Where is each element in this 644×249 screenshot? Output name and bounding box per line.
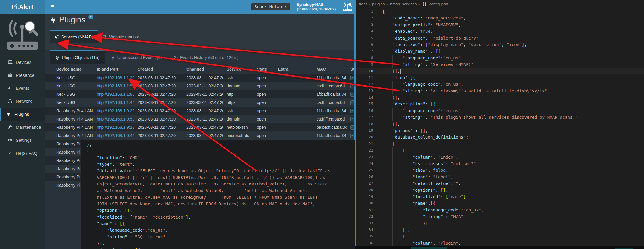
line-number: 29 — [356, 193, 373, 200]
cell-changed: 2023-03-11 02:47:20 — [183, 125, 223, 130]
overlay-code-line: { — [87, 148, 355, 154]
column-header-service[interactable]: Service — [223, 67, 253, 71]
sidebar-item-label: Events — [16, 86, 29, 91]
ip-port-link[interactable]: http://192.168.1.9:22 — [97, 108, 134, 113]
tab-website-monitor[interactable]: Website monitor — [98, 30, 144, 43]
taskbar-glow — [615, 248, 633, 249]
line-content: { — [382, 8, 385, 15]
editor-line: 18 }], — [356, 121, 644, 127]
cell-state: open — [253, 117, 275, 121]
app-logo[interactable]: Pi.Alert — [0, 0, 45, 14]
subtab-plugin-objects-115-[interactable]: Plugin Objects (115) — [50, 50, 105, 64]
breadcrumb-item[interactable]: ... — [453, 2, 457, 6]
breadcrumb-item[interactable]: {} config.json — [422, 2, 448, 6]
cell-mac: 1f:ba:ff:ca:ba:34 — [313, 108, 347, 113]
cell-device-name: Net - USG — [45, 75, 93, 80]
editor-line: 33 }] — [356, 220, 644, 227]
breadcrumb-item[interactable]: front — [359, 2, 367, 6]
gear-icon — [8, 138, 13, 142]
subtab-label: Unprocessed Events (0) — [117, 55, 162, 60]
editor-line: 21 [ — [356, 141, 644, 147]
cell-device-name: Net - USG — [45, 92, 93, 97]
column-header-changed[interactable]: Changed — [183, 67, 223, 71]
line-content: "string" : "This plugin shows all servic… — [382, 114, 578, 121]
breadcrumb-item[interactable]: nmap_services — [390, 2, 417, 6]
cell-created: 2023-03-11 02:47:20 — [134, 84, 183, 88]
column-header-mac[interactable]: MAC — [313, 67, 347, 71]
cell-changed: 2023-03-11 02:47:20 — [183, 117, 223, 121]
subtab-events-history-50-out-of-1265-[interactable]: Events History (50 out of 1265 ) — [168, 50, 244, 64]
ip-port-link[interactable]: http://192.168.1.9:139 — [97, 125, 134, 130]
code-editor[interactable]: front›plugins›nmap_services›{} config.js… — [356, 0, 644, 249]
cell-ip-port: http://192.168.1.9:139 — [93, 125, 134, 130]
breadcrumb-separator: › — [450, 2, 451, 6]
line-number: 14 — [356, 94, 373, 101]
line-content: "unique_prefix": "NMAPSRV", — [382, 22, 461, 28]
table-row: Raspberry Pi 4 LANhttp://192.168.1.9:532… — [45, 115, 355, 123]
cell-ip-port: http://192.168.1.9:445 — [93, 133, 134, 138]
ip-port-link[interactable]: http://192.168.1.1:80 — [97, 92, 134, 97]
editor-code-area[interactable]: 1{2 "code_name": "nmap_services",3 "uniq… — [356, 8, 644, 246]
line-content: "enabled": true, — [382, 28, 433, 35]
cell-device-name: Net - USG — [45, 84, 93, 88]
line-number: 26 — [356, 174, 373, 180]
subtab-label: Plugin Objects (115) — [62, 55, 99, 60]
cell-ip-port: http://192.168.1.1:22 — [93, 75, 134, 80]
cube-icon — [56, 56, 60, 60]
line-content: "display_name" : [{ — [382, 48, 440, 54]
cell-ip-port: http://192.168.1.9:22 — [93, 108, 134, 113]
ip-port-link[interactable]: http://192.168.1.1:443 — [97, 100, 134, 105]
line-number: 18 — [356, 121, 373, 127]
line-content: "string" : "<i class=\"fa-solid fa-satel… — [382, 88, 547, 94]
column-header-ip-and-port[interactable]: Ip and Port — [93, 67, 134, 71]
help-badge[interactable]: ? — [88, 15, 93, 19]
cell-state: open — [253, 108, 275, 113]
line-number: 8 — [356, 55, 373, 61]
sidebar-item-help-faq[interactable]: ?Help / FAQ — [0, 147, 45, 160]
plug-icon — [7, 112, 12, 116]
editor-line: 1{ — [356, 8, 644, 15]
cell-ip-port: http://192.168.1.1:80 — [93, 92, 134, 97]
overlay-code-line: }, — [87, 141, 355, 148]
breadcrumb-item[interactable]: plugins — [372, 2, 385, 6]
overlay-code-line: JOIN (SELECT dev_Name, dev_MAC, dev_Last… — [87, 201, 355, 207]
sidebar-menu: DevicesPresenceEventsNetworkPluginsMaint… — [0, 56, 45, 160]
sidebar-item-events[interactable]: Events — [0, 82, 45, 95]
line-number: 21 — [356, 141, 373, 147]
column-header-status[interactable]: Status — [347, 67, 355, 71]
cell-state: open — [253, 100, 275, 105]
cell-device-name: Raspberry Pi 4 LAN — [45, 117, 93, 121]
json-file-icon: {} — [422, 2, 429, 6]
sidebar: DevicesPresenceEventsNetworkPluginsMaint… — [0, 14, 45, 249]
ip-port-link[interactable]: http://192.168.1.9:445 — [97, 133, 134, 138]
sidebar-item-network[interactable]: Network — [0, 95, 45, 108]
hamburger-menu-icon[interactable]: ≡ — [45, 0, 59, 14]
tab-services-nmap-[interactable]: Services (NMAP) — [50, 30, 98, 43]
subtab-unprocessed-events-0-[interactable]: Unprocessed Events (0) — [105, 50, 168, 64]
editor-line: 34 } , — [356, 227, 644, 233]
column-header-created[interactable]: Created — [134, 67, 183, 71]
cell-changed: 2023-03-11 02:47:20 — [183, 92, 223, 97]
column-header-device-name[interactable]: Device name — [45, 67, 93, 71]
sidebar-item-devices[interactable]: Devices — [0, 56, 45, 69]
ip-port-link[interactable]: http://192.168.1.9:53 — [97, 117, 134, 121]
host-timestamp: (11/03/2023, 15:46:07) — [297, 7, 336, 11]
sidebar-item-plugins[interactable]: Plugins — [0, 108, 45, 121]
bolt-icon — [111, 56, 115, 60]
sidebar-item-label: Presence — [16, 73, 34, 78]
line-content: "type": "label", — [382, 174, 453, 180]
line-number: 22 — [356, 147, 373, 154]
column-header-state[interactable]: State — [253, 67, 275, 71]
ip-port-link[interactable]: http://192.168.1.1:22 — [97, 75, 134, 80]
sidebar-item-maintenance[interactable]: Maintenance — [0, 121, 45, 134]
ip-port-link[interactable]: http://192.168.1.1:53 — [97, 84, 134, 88]
column-header-extra[interactable]: Extra — [275, 67, 313, 71]
cell-status: ✓ — [347, 109, 355, 113]
line-content: }], — [382, 68, 400, 74]
calendar-icon — [8, 73, 13, 77]
sidebar-item-settings[interactable]: Settings — [0, 134, 45, 147]
cell-device-name: Raspberry Pi 4 LAN — [45, 133, 93, 138]
cell-device-name: Raspberry Pi 4 LAN — [45, 125, 93, 130]
line-number: 31 — [356, 207, 373, 213]
sidebar-item-presence[interactable]: Presence — [0, 69, 45, 82]
